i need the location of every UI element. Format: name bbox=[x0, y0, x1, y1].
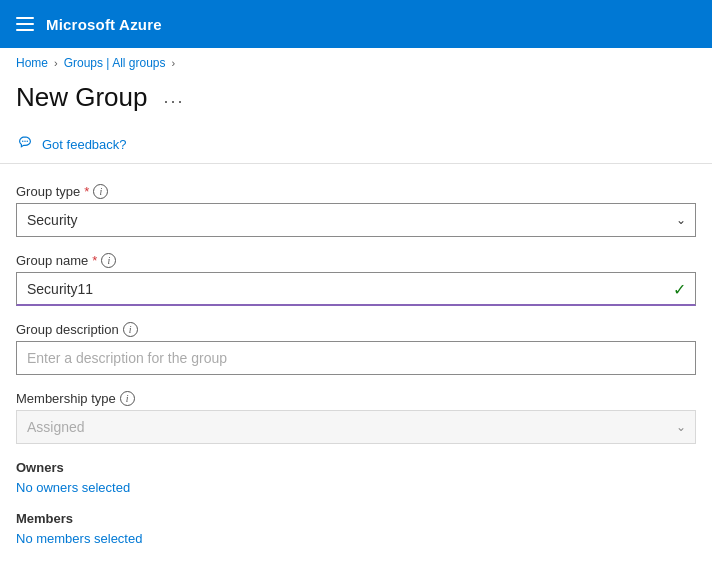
page-header: New Group ... bbox=[0, 74, 712, 125]
hamburger-menu[interactable] bbox=[16, 17, 34, 31]
more-options-button[interactable]: ... bbox=[158, 85, 191, 110]
breadcrumb-home[interactable]: Home bbox=[16, 56, 48, 70]
svg-point-1 bbox=[24, 141, 25, 142]
members-section: Members No members selected bbox=[16, 511, 696, 546]
owners-section: Owners No owners selected bbox=[16, 460, 696, 495]
form-area: Group type * i Security Microsoft 365 ⌄ … bbox=[0, 164, 712, 561]
feedback-label: Got feedback? bbox=[42, 137, 127, 152]
breadcrumb: Home › Groups | All groups › bbox=[0, 48, 712, 74]
group-type-field: Group type * i Security Microsoft 365 ⌄ bbox=[16, 184, 696, 237]
membership-type-info-icon[interactable]: i bbox=[120, 391, 135, 406]
membership-type-select: Assigned bbox=[16, 410, 696, 444]
group-type-label: Group type * i bbox=[16, 184, 696, 199]
membership-type-field: Membership type i Assigned ⌄ bbox=[16, 391, 696, 444]
owners-link[interactable]: No owners selected bbox=[16, 480, 130, 495]
members-label: Members bbox=[16, 511, 696, 526]
group-description-info-icon[interactable]: i bbox=[123, 322, 138, 337]
breadcrumb-sep-1: › bbox=[54, 57, 58, 69]
page-title: New Group bbox=[16, 82, 148, 113]
app-title: Microsoft Azure bbox=[46, 16, 162, 33]
group-description-input[interactable] bbox=[16, 341, 696, 375]
top-bar: Microsoft Azure bbox=[0, 0, 712, 48]
group-name-label: Group name * i bbox=[16, 253, 696, 268]
group-name-info-icon[interactable]: i bbox=[101, 253, 116, 268]
group-name-input[interactable] bbox=[16, 272, 696, 306]
svg-point-0 bbox=[22, 141, 23, 142]
owners-label: Owners bbox=[16, 460, 696, 475]
group-description-field: Group description i bbox=[16, 322, 696, 375]
group-type-select-wrapper: Security Microsoft 365 ⌄ bbox=[16, 203, 696, 237]
membership-type-select-wrapper: Assigned ⌄ bbox=[16, 410, 696, 444]
feedback-icon bbox=[16, 135, 34, 153]
svg-point-2 bbox=[27, 141, 28, 142]
members-link[interactable]: No members selected bbox=[16, 531, 142, 546]
group-name-input-wrapper: ✓ bbox=[16, 272, 696, 306]
group-type-select[interactable]: Security Microsoft 365 bbox=[16, 203, 696, 237]
group-type-info-icon[interactable]: i bbox=[93, 184, 108, 199]
breadcrumb-sep-2: › bbox=[172, 57, 176, 69]
breadcrumb-groups[interactable]: Groups | All groups bbox=[64, 56, 166, 70]
group-name-required: * bbox=[92, 253, 97, 268]
feedback-row[interactable]: Got feedback? bbox=[0, 125, 712, 163]
group-type-required: * bbox=[84, 184, 89, 199]
group-name-field: Group name * i ✓ bbox=[16, 253, 696, 306]
group-name-check-icon: ✓ bbox=[673, 280, 686, 299]
group-description-label: Group description i bbox=[16, 322, 696, 337]
membership-type-label: Membership type i bbox=[16, 391, 696, 406]
